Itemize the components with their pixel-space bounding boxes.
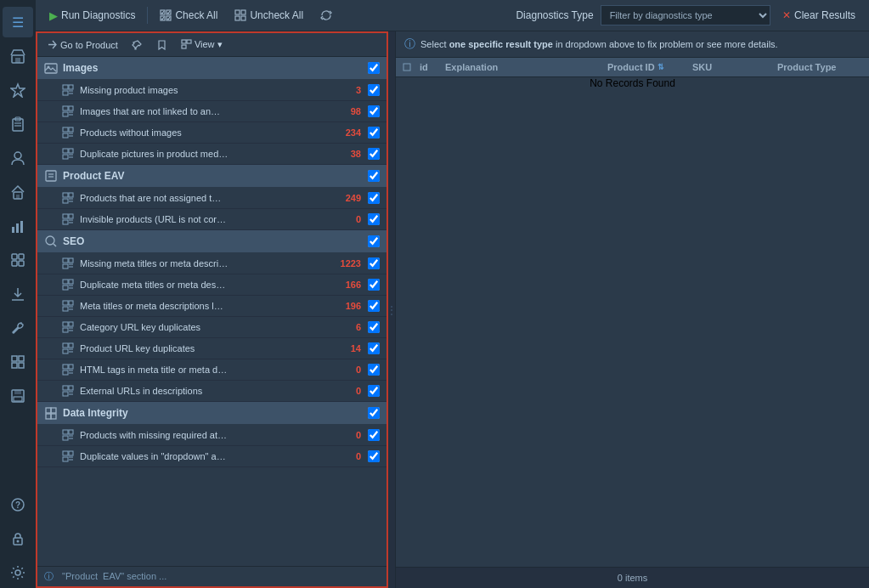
- item-icon: [61, 363, 75, 376]
- item-row[interactable]: Duplicate pictures in product med… 38: [37, 144, 387, 165]
- item-row[interactable]: Duplicate meta titles or meta des… 166: [37, 274, 387, 296]
- svg-point-7: [14, 152, 21, 159]
- item-label: HTML tags in meta title or meta d…: [80, 365, 336, 375]
- item-count: 166: [336, 280, 361, 290]
- sidebar-lock-icon[interactable]: [3, 523, 33, 554]
- clear-results-button[interactable]: ✕ Clear Results: [777, 6, 861, 25]
- item-icon: [61, 278, 75, 291]
- item-checkbox[interactable]: [368, 279, 380, 291]
- sidebar-user-icon[interactable]: [3, 143, 33, 173]
- pin-button[interactable]: [127, 37, 147, 53]
- svg-point-28: [17, 540, 20, 543]
- item-checkbox[interactable]: [368, 84, 380, 96]
- svg-rect-99: [69, 343, 73, 348]
- panel-resize-handle[interactable]: [388, 31, 395, 588]
- item-label: Images that are not linked to an…: [80, 106, 336, 116]
- item-checkbox[interactable]: [368, 300, 380, 312]
- item-checkbox[interactable]: [368, 342, 380, 354]
- check-all-icon: [160, 9, 172, 21]
- svg-rect-38: [182, 40, 186, 43]
- sidebar-question-icon[interactable]: ?: [3, 489, 33, 520]
- run-diagnostics-button[interactable]: ▶ Run Diagnostics: [44, 6, 140, 25]
- category-label-product-eav: Product EAV: [63, 170, 368, 182]
- sidebar-clipboard-icon[interactable]: [3, 109, 33, 139]
- sidebar: ☰ ?: [0, 0, 36, 588]
- item-row[interactable]: Category URL key duplicates 6: [37, 317, 387, 338]
- sidebar-wrench-icon[interactable]: [3, 313, 33, 343]
- item-row[interactable]: Invisible products (URL is not cor… 0: [37, 209, 387, 230]
- item-label: Missing product images: [80, 85, 336, 95]
- svg-rect-45: [63, 91, 68, 95]
- item-row[interactable]: HTML tags in meta title or meta d… 0: [37, 359, 387, 381]
- item-checkbox[interactable]: [368, 429, 380, 441]
- item-row[interactable]: Missing product images 3: [37, 80, 387, 101]
- item-checkbox[interactable]: [368, 192, 380, 204]
- svg-rect-72: [69, 214, 73, 218]
- category-checkbox-data-integrity[interactable]: [368, 407, 380, 419]
- item-checkbox[interactable]: [368, 127, 380, 139]
- item-label: External URLs in descriptions: [80, 386, 336, 396]
- item-row[interactable]: Product URL key duplicates 14: [37, 338, 387, 359]
- svg-point-76: [46, 236, 54, 245]
- go-to-product-button[interactable]: Go to Product: [42, 37, 122, 53]
- item-checkbox[interactable]: [368, 364, 380, 376]
- svg-rect-83: [63, 280, 68, 284]
- svg-rect-16: [19, 261, 24, 266]
- category-images[interactable]: Images: [37, 57, 387, 80]
- diagnostics-type-select[interactable]: Filter by diagnostics type: [601, 5, 770, 25]
- item-checkbox[interactable]: [368, 450, 380, 462]
- item-checkbox[interactable]: [368, 213, 380, 225]
- item-row[interactable]: Products that are not assigned t… 249: [37, 188, 387, 209]
- item-checkbox[interactable]: [368, 385, 380, 397]
- view-button[interactable]: View ▾: [177, 37, 227, 53]
- item-checkbox[interactable]: [368, 105, 380, 117]
- category-product-eav[interactable]: Product EAV: [37, 165, 387, 188]
- item-row[interactable]: Products with missing required at… 0: [37, 425, 387, 446]
- item-row[interactable]: Products without images 234: [37, 122, 387, 144]
- sidebar-download-icon[interactable]: [3, 279, 33, 309]
- sidebar-chart-icon[interactable]: [3, 211, 33, 241]
- left-panel: Go to Product View ▾ Images Missing prod…: [36, 31, 388, 588]
- item-row[interactable]: Images that are not linked to an… 98: [37, 101, 387, 122]
- item-checkbox[interactable]: [368, 321, 380, 333]
- sidebar-home-icon[interactable]: [3, 177, 33, 207]
- info-text: Select one specific result type in dropd…: [420, 39, 778, 49]
- svg-rect-105: [63, 370, 68, 375]
- item-row[interactable]: Missing meta titles or meta descri… 1223: [37, 253, 387, 274]
- item-count: 1223: [336, 258, 361, 269]
- sidebar-layers-icon[interactable]: [3, 347, 33, 377]
- sidebar-gear-icon[interactable]: [3, 557, 33, 588]
- sidebar-star-icon[interactable]: [3, 75, 33, 105]
- status-text: "Product EAV" section ...: [59, 571, 166, 581]
- item-label: Products with missing required at…: [80, 430, 336, 440]
- item-checkbox[interactable]: [368, 257, 380, 269]
- item-row[interactable]: Meta titles or meta descriptions l… 196: [37, 296, 387, 317]
- item-count: 98: [336, 106, 361, 116]
- item-icon: [61, 320, 75, 334]
- item-checkbox[interactable]: [368, 148, 380, 160]
- sidebar-save-icon[interactable]: [3, 381, 33, 411]
- bookmark-button[interactable]: [152, 37, 172, 53]
- item-row[interactable]: External URLs in descriptions 0: [37, 381, 387, 402]
- sidebar-puzzle-icon[interactable]: [3, 245, 33, 275]
- no-records-text: No Records Found: [590, 77, 675, 89]
- category-checkbox-product-eav[interactable]: [368, 170, 380, 182]
- separator-1: [147, 7, 148, 24]
- sidebar-store-icon[interactable]: [3, 41, 33, 71]
- item-row[interactable]: Duplicate values in "dropdown" a… 0: [37, 446, 387, 467]
- pin-icon: [132, 39, 143, 50]
- sidebar-menu-icon[interactable]: ☰: [3, 7, 33, 37]
- category-data-integrity[interactable]: Data Integrity: [37, 402, 387, 425]
- go-product-icon: [47, 39, 58, 50]
- content-area: Go to Product View ▾ Images Missing prod…: [36, 31, 869, 588]
- uncheck-all-button[interactable]: Uncheck All: [229, 6, 308, 25]
- run-diagnostics-label: Run Diagnostics: [61, 9, 135, 21]
- col-product-id-header: Product ID ⇅: [607, 62, 692, 72]
- category-checkbox-seo[interactable]: [368, 235, 380, 247]
- check-all-button[interactable]: Check All: [155, 6, 223, 25]
- category-checkbox-images[interactable]: [368, 62, 380, 74]
- category-seo[interactable]: SEO: [37, 230, 387, 253]
- item-icon: [61, 191, 75, 205]
- go-to-product-label: Go to Product: [60, 40, 118, 50]
- sync-button[interactable]: [315, 6, 337, 25]
